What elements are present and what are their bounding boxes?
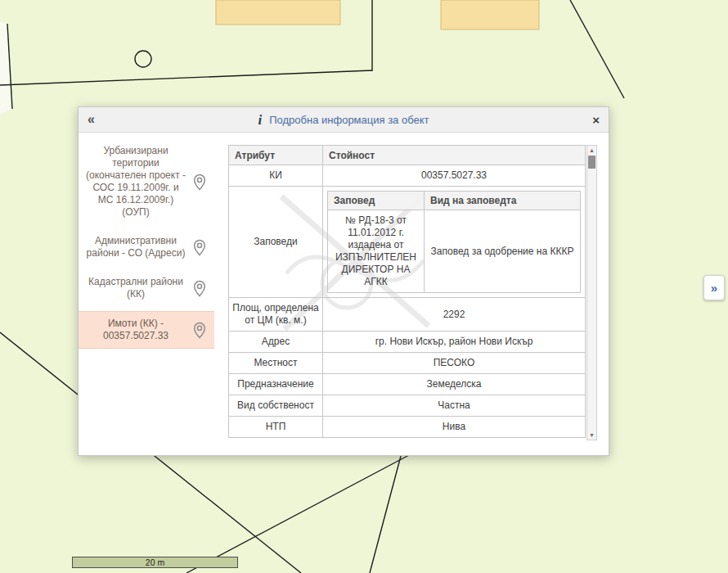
sidebar-item-property-selected[interactable]: Имоти (КК) - 00357.5027.33 — [79, 311, 214, 349]
attribute-cell: Вид собственост — [229, 395, 323, 417]
map-viewport[interactable]: 20 m » « i Подробна информация за обект … — [0, 0, 728, 573]
sidebar-item-label: Административни райони - СО (Адреси) — [85, 235, 186, 259]
sidebar-item-label: Имоти (КК) - 00357.5027.33 — [85, 318, 186, 342]
order-type-cell: Заповед за одобрение на КККР — [425, 210, 581, 293]
attribute-cell: Площ, определена от ЦМ (кв. м.) — [229, 298, 323, 332]
nested-column-order-type: Вид на заповедта — [425, 192, 581, 210]
attribute-cell: Предназначение — [229, 374, 323, 395]
attribute-cell: Заповеди — [229, 187, 323, 298]
nested-column-order: Заповед — [328, 192, 425, 210]
attribute-cell: КИ — [229, 165, 323, 187]
attribute-cell: Адрес — [229, 332, 323, 353]
value-cell: Заповед Вид на заповедта № РД-18-3 от 11… — [323, 187, 586, 298]
scroll-down-icon[interactable]: ▼ — [589, 431, 595, 440]
table-row-orders: Заповеди Заповед Вид на заповедта — [229, 187, 586, 298]
close-icon[interactable]: × — [592, 114, 600, 126]
value-cell: Частна — [323, 395, 586, 417]
value-cell: Нива — [323, 417, 586, 438]
zoom-pin-icon[interactable] — [186, 174, 213, 191]
table-row-ownership: Вид собственост Частна — [229, 395, 586, 417]
panel-title: Подробна информация за обект — [269, 114, 429, 126]
sidebar-item-cadastral-regions[interactable]: Кадастрални райони (КК) — [79, 270, 214, 306]
expand-panel-button[interactable]: » — [703, 275, 725, 300]
collapse-panel-icon[interactable]: « — [88, 113, 94, 126]
info-icon: i — [258, 113, 262, 127]
building-footprint — [441, 0, 539, 29]
nested-header-row: Заповед Вид на заповедта — [328, 192, 581, 210]
sidebar-item-administrative-regions[interactable]: Административни райони - СО (Адреси) — [79, 229, 214, 265]
sidebar-item-urbanized-territories[interactable]: Урбанизирани територии (окончателен прое… — [79, 139, 214, 224]
attribute-area: Атрибут Стойност КИ 00357.5027.33 Запове… — [214, 133, 609, 456]
sidebar-item-label: Урбанизирани територии (окончателен прое… — [85, 145, 186, 219]
attribute-table: Атрибут Стойност КИ 00357.5027.33 Запове… — [228, 145, 586, 438]
value-cell: ПЕСОКО — [323, 353, 586, 374]
map-scalebar: 20 m — [72, 557, 238, 568]
table-row-ki: КИ 00357.5027.33 — [229, 165, 586, 187]
attribute-cell: НТП — [229, 417, 323, 438]
zoom-pin-icon[interactable] — [186, 322, 213, 339]
table-row-locality: Местност ПЕСОКО — [229, 353, 586, 374]
table-row-ntp: НТП Нива — [229, 417, 586, 438]
scrollbar-thumb[interactable] — [588, 156, 595, 169]
orders-nested-table: Заповед Вид на заповедта № РД-18-3 от 11… — [327, 191, 581, 293]
building-footprint — [216, 0, 340, 25]
panel-header: « i Подробна информация за обект × — [79, 107, 609, 133]
panel-title-wrap: i Подробна информация за обект — [79, 113, 609, 127]
nested-row: № РД-18-3 от 11.01.2012 г. издадена от И… — [328, 210, 581, 293]
panel-body: Урбанизирани територии (окончателен прое… — [79, 133, 609, 456]
value-cell: 2292 — [323, 298, 586, 332]
table-row-address: Адрес гр. Нови Искър, район Нови Искър — [229, 332, 586, 353]
layer-sidebar: Урбанизирани територии (окончателен прое… — [79, 133, 214, 456]
value-cell: гр. Нови Искър, район Нови Искър — [323, 332, 586, 353]
zoom-pin-icon[interactable] — [186, 280, 213, 297]
table-row-designation: Предназначение Земеделска — [229, 374, 586, 395]
value-cell: Земеделска — [323, 374, 586, 395]
table-row-area: Площ, определена от ЦМ (кв. м.) 2292 — [229, 298, 586, 332]
info-panel: « i Подробна информация за обект × Урбан… — [78, 106, 609, 456]
column-header-attribute: Атрибут — [229, 146, 323, 165]
table-header-row: Атрибут Стойност — [229, 146, 586, 165]
table-scrollbar[interactable]: ▲ ▼ — [586, 145, 597, 440]
zoom-pin-icon[interactable] — [186, 239, 213, 256]
scalebar-label: 20 m — [146, 557, 164, 567]
column-header-value: Стойност — [323, 146, 586, 165]
order-number-cell: № РД-18-3 от 11.01.2012 г. издадена от И… — [328, 210, 425, 293]
attribute-cell: Местност — [229, 353, 323, 374]
value-cell: 00357.5027.33 — [323, 165, 586, 187]
sidebar-item-label: Кадастрални райони (КК) — [85, 276, 186, 300]
scroll-up-icon[interactable]: ▲ — [589, 146, 595, 155]
